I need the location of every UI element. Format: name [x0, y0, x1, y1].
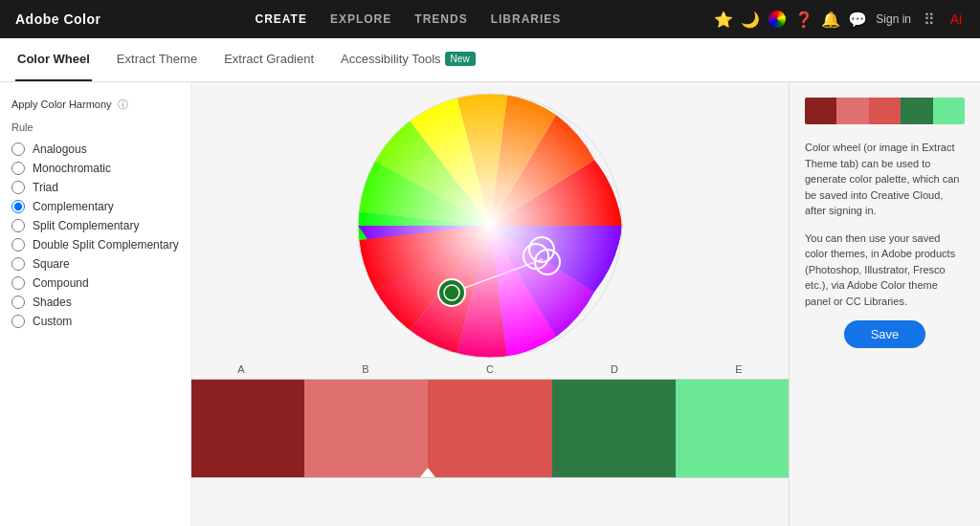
color-wheel[interactable] [356, 92, 624, 360]
swatch-label-a: A [191, 363, 303, 375]
swatches-area: A B C D E [191, 363, 789, 478]
sign-in-link[interactable]: Sign in [876, 12, 911, 26]
main-content: Apply Color Harmony ⓘ Rule Analogous Mon… [0, 82, 980, 526]
svg-point-2 [358, 94, 622, 358]
swatch-a[interactable] [191, 380, 304, 477]
nav-create[interactable]: CREATE [255, 12, 306, 26]
swatch-label-b: B [303, 363, 428, 375]
swatch-label-c: C [428, 363, 552, 375]
option-split-complementary[interactable]: Split Complementary [11, 219, 179, 232]
option-analogous[interactable]: Analogous [11, 142, 179, 156]
new-badge: New [445, 52, 476, 66]
star-icon[interactable]: ⭐ [715, 11, 732, 28]
swatch-c[interactable] [428, 380, 552, 477]
tab-bar: Color Wheel Extract Theme Extract Gradie… [0, 38, 980, 82]
option-custom[interactable]: Custom [11, 315, 179, 328]
swatch-e[interactable] [676, 380, 789, 477]
help-icon[interactable]: ❓ [795, 11, 813, 28]
palette-preview [805, 98, 965, 124]
nav-right: ⭐ 🌙 ❓ 🔔 💬 Sign in ⠿ Ai [715, 11, 965, 28]
grid-icon[interactable]: ⠿ [921, 11, 938, 28]
sidebar: Apply Color Harmony ⓘ Rule Analogous Mon… [0, 82, 191, 526]
preview-swatch-4 [901, 98, 932, 124]
preview-swatch-3 [869, 98, 901, 124]
preview-swatch-5 [933, 98, 965, 124]
swatch-d[interactable] [552, 380, 677, 477]
swatch-indicator [420, 468, 435, 477]
notification-icon[interactable]: 🔔 [822, 11, 839, 28]
svg-point-5 [438, 279, 465, 306]
moon-icon[interactable]: 🌙 [742, 11, 759, 28]
preview-swatch-1 [805, 98, 836, 124]
color-wheel-icon[interactable] [768, 11, 786, 28]
right-panel: Color wheel (or image in Extract Theme t… [789, 82, 980, 526]
nav-trends[interactable]: TRENDS [414, 12, 467, 26]
description-1: Color wheel (or image in Extract Theme t… [805, 140, 965, 219]
option-compound[interactable]: Compound [11, 276, 179, 290]
tab-extract-gradient[interactable]: Extract Gradient [222, 38, 316, 81]
app-logo: Adobe Color [15, 11, 101, 27]
swatch-labels: A B C D E [191, 363, 789, 375]
color-wheel-container[interactable] [356, 92, 624, 360]
option-double-split[interactable]: Double Split Complementary [11, 238, 179, 252]
preview-swatch-2 [836, 98, 868, 124]
top-navigation: Adobe Color CREATE EXPLORE TRENDS LIBRAR… [0, 0, 980, 38]
center-area: A B C D E [191, 82, 789, 526]
save-button[interactable]: Save [844, 320, 926, 348]
option-square[interactable]: Square [11, 257, 179, 271]
option-triad[interactable]: Triad [11, 181, 179, 194]
harmony-rule-label: Rule [11, 121, 179, 133]
tab-accessibility-tools[interactable]: Accessibility Tools New [339, 38, 478, 81]
option-shades[interactable]: Shades [11, 296, 179, 309]
swatch-b[interactable] [304, 380, 429, 477]
swatch-label-e: E [677, 363, 789, 375]
description-2: You can then use your saved color themes… [805, 230, 965, 310]
tab-color-wheel[interactable]: Color Wheel [15, 38, 92, 81]
option-monochromatic[interactable]: Monochromatic [11, 162, 179, 175]
nav-libraries[interactable]: LIBRARIES [491, 12, 562, 26]
harmony-options: Analogous Monochromatic Triad Complement… [11, 142, 179, 328]
nav-explore[interactable]: EXPLORE [330, 12, 391, 26]
swatch-label-d: D [552, 363, 677, 375]
tab-extract-theme[interactable]: Extract Theme [115, 38, 199, 81]
chat-icon[interactable]: 💬 [849, 11, 866, 28]
swatches-row [191, 379, 789, 478]
help-circle-icon: ⓘ [118, 98, 128, 112]
adobe-icon[interactable]: Ai [947, 11, 965, 28]
harmony-label: Apply Color Harmony [11, 99, 112, 110]
nav-center: CREATE EXPLORE TRENDS LIBRARIES [255, 12, 561, 26]
option-complementary[interactable]: Complementary [11, 200, 179, 213]
